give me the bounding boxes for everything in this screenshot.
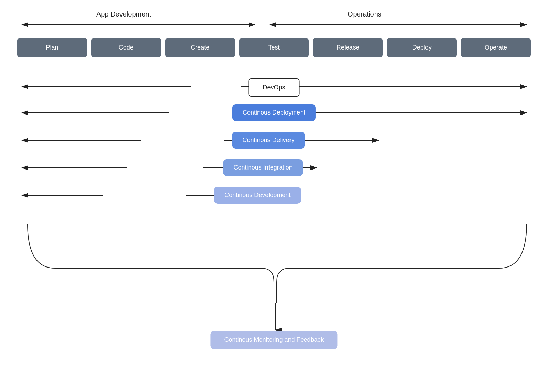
stage-deploy: Deploy [387,38,457,57]
ci-container: Continous Integration [223,159,303,176]
devops-box: DevOps [248,78,299,97]
continous-integration-badge: Continous Integration [223,159,303,176]
stage-test: Test [239,38,309,57]
cd-delivery-container: Continous Delivery [232,132,305,149]
continous-delivery-badge: Continous Delivery [232,132,305,149]
ops-label: Operations [348,10,381,18]
continous-development-badge: Continous Development [214,187,301,204]
monitoring-badge: Continous Monitoring and Feedback [210,331,337,349]
continous-deployment-badge: Continous Deployment [232,104,316,121]
stage-operate: Operate [461,38,531,57]
cd-dev-container: Continous Development [214,187,301,204]
stage-plan: Plan [17,38,87,57]
stage-release: Release [313,38,383,57]
cd-deployment-container: Continous Deployment [232,104,316,121]
monitoring-container: Continous Monitoring and Feedback [210,331,337,349]
stage-create: Create [165,38,235,57]
stages-row: Plan Code Create Test Release Deploy Ope… [17,38,531,57]
stage-code: Code [91,38,161,57]
app-dev-label: App Development [96,10,151,18]
diagram: App Development Operations Plan Code Cre… [0,0,548,392]
devops-container: DevOps [248,78,299,97]
